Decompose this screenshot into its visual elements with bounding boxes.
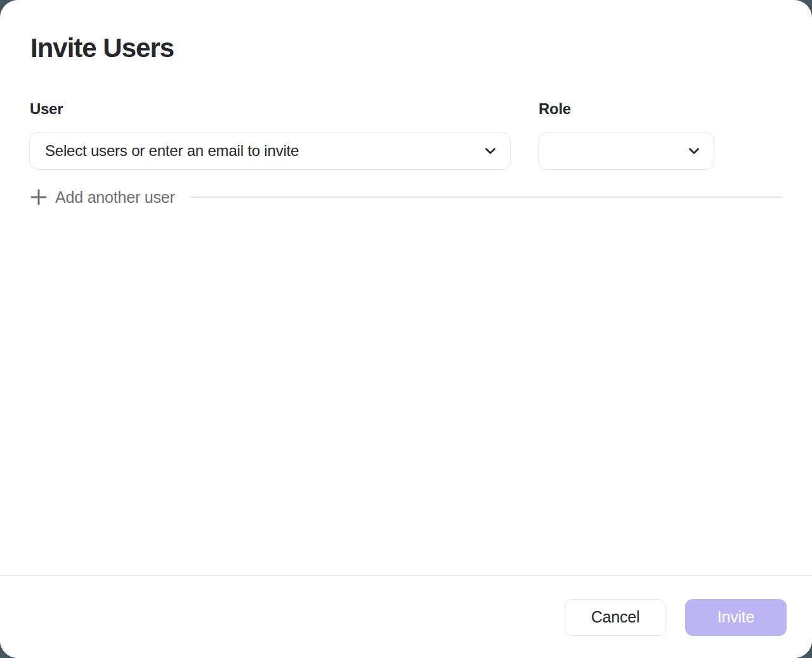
role-field-group: Role	[538, 100, 714, 170]
modal-content: Invite Users User Select users or enter …	[0, 0, 812, 207]
user-select[interactable]: Select users or enter an email to invite	[29, 132, 511, 170]
add-another-user-row: Add another user	[29, 188, 783, 207]
invite-form-row: User Select users or enter an email to i…	[29, 100, 783, 170]
plus-icon	[29, 188, 48, 207]
chevron-down-icon	[483, 144, 497, 158]
modal-footer: Cancel Invite	[0, 575, 812, 658]
user-select-placeholder: Select users or enter an email to invite	[45, 142, 299, 160]
role-select[interactable]	[538, 132, 714, 170]
invite-users-modal: Invite Users User Select users or enter …	[0, 0, 812, 658]
role-field-label: Role	[539, 100, 714, 118]
add-another-user-button[interactable]: Add another user	[55, 188, 175, 207]
user-field-group: User Select users or enter an email to i…	[29, 100, 511, 170]
user-field-label: User	[30, 100, 511, 118]
add-row-divider	[190, 197, 783, 198]
page-title: Invite Users	[30, 33, 783, 63]
invite-button[interactable]: Invite	[685, 599, 787, 636]
cancel-button[interactable]: Cancel	[565, 599, 666, 636]
chevron-down-icon	[687, 144, 701, 158]
